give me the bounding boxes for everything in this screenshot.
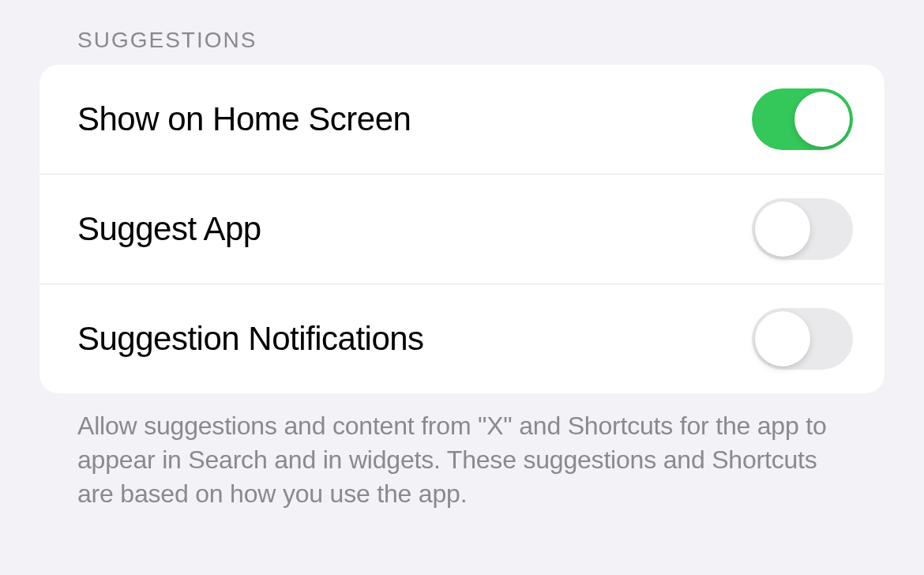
toggle-suggest-app[interactable] xyxy=(752,198,853,260)
row-suggest-app: Suggest App xyxy=(39,174,885,284)
toggle-show-on-home-screen[interactable] xyxy=(752,88,853,150)
row-label: Suggest App xyxy=(77,210,261,248)
settings-group: Show on Home Screen Suggest App Suggesti… xyxy=(39,65,885,393)
section-header: SUGGESTIONS xyxy=(39,0,885,65)
section-footer: Allow suggestions and content from "X" a… xyxy=(39,393,885,512)
toggle-knob xyxy=(794,92,850,147)
toggle-suggestion-notifications[interactable] xyxy=(752,308,853,370)
row-label: Show on Home Screen xyxy=(77,100,411,138)
row-suggestion-notifications: Suggestion Notifications xyxy=(39,284,885,393)
toggle-knob xyxy=(755,201,810,257)
toggle-knob xyxy=(755,311,810,366)
row-show-on-home-screen: Show on Home Screen xyxy=(39,65,885,174)
row-label: Suggestion Notifications xyxy=(77,320,424,358)
